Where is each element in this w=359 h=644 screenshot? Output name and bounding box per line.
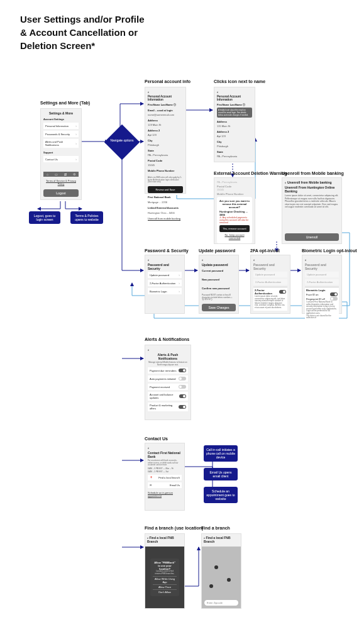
map-pin[interactable] [227,578,231,582]
cur-label: Current password [202,269,236,272]
gear-icon[interactable]: ⚙ [73,172,75,176]
toggle-label: 2-Factor Authentication [255,289,279,295]
chevron-right-icon: › [75,157,77,161]
title-line3: Deletion Screen* [20,39,145,52]
toggle-marketing[interactable] [179,405,186,409]
label-2fa: 2FA opt-in/out [250,248,280,253]
phone-biometric: ‹ Password and Security Update password … [302,255,342,314]
back-icon[interactable]: ‹ [305,258,306,262]
find-branch-link[interactable]: 📍 Find a local branch [148,475,182,480]
save-pw-button[interactable]: Save Changes [202,304,236,311]
move-icon[interactable]: ⇄ [64,172,67,176]
title: Contact First National Bank [148,451,182,458]
email-val: name@someemail.com [148,113,183,116]
home-icon[interactable]: ⌂ [47,172,48,176]
finger-toggle[interactable] [330,297,338,301]
phone-label: Mobile Phone Number [148,169,183,172]
label-update-pw: Update password [199,248,235,253]
allow-using-button[interactable]: Allow While Using App [153,576,177,584]
toggle-received[interactable] [179,385,186,389]
map-view[interactable]: Enter Zipcode [202,547,241,608]
back-icon[interactable]: ‹ [217,90,218,94]
linked-header: Linked External Accounts [148,206,183,209]
confirm-label: Confirm new password [202,287,236,290]
cancel-remove-link[interactable]: No, keep account connected [219,233,250,240]
unenroll-button[interactable]: Unenroll [285,233,339,241]
2fa-toggle[interactable] [279,290,286,294]
back-icon[interactable]: ‹ [148,348,149,352]
note: This data is not shared for the collecti… [306,315,338,319]
toggle-autopay[interactable] [179,377,186,380]
nav-contact[interactable]: Contact Us› [43,156,79,162]
deny-button[interactable]: Don't Allow [153,589,177,594]
back-icon[interactable]: ‹ [202,258,203,262]
addr2-val: Apt 123 [148,133,183,136]
back-icon[interactable]: ‹ [285,180,286,184]
label-alerts: Alerts & Notifications [145,337,189,341]
map-pin[interactable] [214,565,218,569]
modal-account: Huntington Checking …3456 [219,210,250,216]
logout-button[interactable]: Logout [43,189,79,197]
phone-click-icon: ‹ Personal Account Information FirstName… [214,87,255,162]
nav-biometric[interactable]: Biometric Login› [148,288,182,294]
city-label: City [148,139,183,142]
title: Unenroll From Huntington Online Banking [285,186,339,193]
addr-val: 115 Main St [217,125,252,128]
info-icon[interactable]: ⓘ [174,103,176,106]
nav-2fa[interactable]: 2-Factor Authentication› [148,280,182,286]
label-click-icon: Clicks icon next to name [214,79,265,84]
info-icon[interactable]: ⓘ [243,103,245,106]
nav-personal-info[interactable]: Personal Information› [43,123,79,129]
phone-2fa: ‹ Password and Security Update password … [250,255,290,314]
phone-updatepw: ‹ Update password Current password New p… [199,255,239,314]
toggle-row: Product & marketing offers [148,402,188,411]
state-val: PA - Pennsylvania [148,153,183,157]
schedule-link[interactable]: Schedule an in-person appointment [148,491,182,497]
toggle-reminders[interactable] [179,369,186,372]
phone-contact: ‹ Contact First National Bank For assist… [145,443,185,511]
pw-rules: Password MUST contain at least 8 charact… [202,294,236,301]
title: ‹ Find a local FNB Branch [145,534,184,545]
title-line1: User Settings and/or Profile [20,13,145,26]
chevron-right-icon: › [75,124,77,128]
name-row: FirstName LastName ⓘ [148,103,183,106]
map-pin[interactable] [209,584,213,588]
faceid-toggle[interactable] [330,292,338,296]
bottom-nav: ⌂▭⇄⚙ [43,172,79,177]
toggle-row: Auto payments initiated [148,375,188,382]
unenroll-link[interactable]: Unenroll from mobile banking [148,217,183,220]
back-icon[interactable]: ‹ [148,258,149,262]
save-button[interactable]: Review and Save [148,186,183,193]
phone-branch-map: ‹ Find a local FNB Branch Enter Zipcode [201,533,241,609]
body: I consent First National Bank to collect… [306,301,338,315]
callout-terms: Terms & Policies opens to website [70,211,103,224]
email-link[interactable]: ✉ Email Us [148,482,182,488]
terms-link[interactable]: Terms of Service & Privacy Policy [43,179,79,186]
confirm-remove-button[interactable]: Yes, remove account [219,225,250,232]
flow-canvas: User Settings and/or Profile & Account C… [0,0,359,644]
back-icon[interactable]: ‹ [253,258,255,262]
allow-once-button[interactable]: Allow Once [153,584,177,589]
label-find: Find a branch [201,526,230,530]
title: ‹ Find a local FNB Branch [202,534,241,545]
linked-val: Huntington Chec…3456 [148,211,183,214]
search-input[interactable]: Enter Zipcode [204,600,238,606]
loc-modal: Allow "FNBBank" to use your location? Lo… [150,558,179,596]
label-personal-info: Personal account info [145,79,191,84]
toggle-balance[interactable] [179,394,186,398]
callout-email: Email Us opens email client [204,468,238,480]
nav-alerts[interactable]: Alerts and Push Notifications› [43,139,79,148]
sms-note: Alerts via SMS rates will only apply by … [148,177,183,184]
postal-val: 15045 [148,164,183,167]
back-icon[interactable]: ‹ [148,446,149,450]
nav-passwords[interactable]: Passwords & Security› [43,131,79,137]
card-icon[interactable]: ▭ [55,172,58,176]
chevron-right-icon: › [179,289,180,293]
chevron-right-icon: › [75,142,77,145]
back-icon[interactable]: ‹ [148,90,149,94]
label-find-loc: Find a branch (use location) [145,526,203,530]
nav-update-pw[interactable]: Update password› [148,272,182,278]
phone-deletion: PA - Pennsylvania Postal Code 15045 Mobi… [214,177,255,244]
addr-label: Address [217,120,252,123]
label-unenroll: Unenroll from Mobile banking [282,171,344,175]
